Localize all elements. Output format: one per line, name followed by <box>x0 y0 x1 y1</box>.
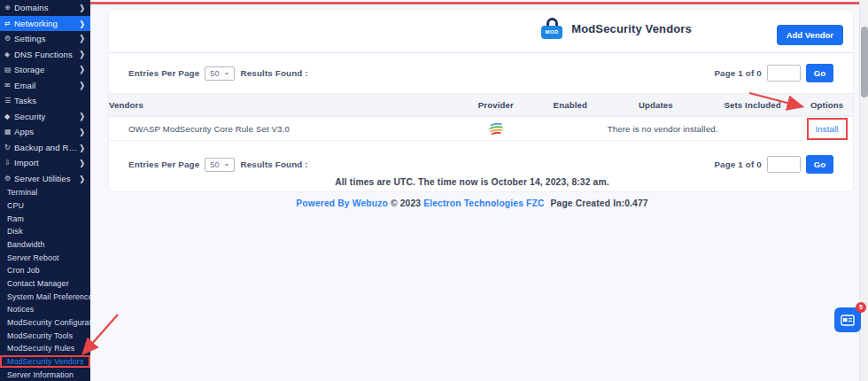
sidebar-item-apps[interactable]: ▦ Apps ❯ <box>0 124 90 140</box>
sidebar-item-cron-job[interactable]: Cron Job <box>0 264 90 277</box>
scrollbar-thumb[interactable] <box>861 27 868 97</box>
page-title: ModSecurity Vendors <box>571 22 692 35</box>
go-button[interactable]: Go <box>806 64 833 82</box>
entries-per-page-value: 50 <box>210 69 219 78</box>
email-icon: ✉ <box>4 82 14 89</box>
utc-time-note: All times are UTC. The time now is Octob… <box>90 177 854 187</box>
sidebar-item-modsecurity-vendors[interactable]: ModSecurity Vendors <box>0 355 90 369</box>
updates-cell: There is no vendor installed. <box>608 124 704 134</box>
sidebar-item-contact-manager[interactable]: Contact Manager <box>0 277 90 291</box>
column-header-options: Options <box>801 94 853 116</box>
sidebar-item-label: Storage <box>14 65 79 74</box>
sidebar-item-label: Email <box>14 81 79 90</box>
entries-per-page-value: 50 <box>210 160 219 169</box>
add-vendor-button[interactable]: Add Vendor <box>777 25 843 45</box>
install-link[interactable]: Install <box>816 124 839 134</box>
sidebar-item-label: Domains <box>14 3 79 12</box>
main-content: MOD ModSecurity Vendors Add Vendor Entri… <box>90 0 868 381</box>
entries-per-page-label: Entries Per Page <box>128 68 199 78</box>
electron-technologies-link[interactable]: Electron Technologies FZC <box>423 198 544 208</box>
newspaper-icon <box>841 315 855 326</box>
page: ⊕ Domains ❯ ⇄ Networking ❯ ⚙ Settings ❯ … <box>0 0 868 381</box>
provider-cell <box>459 121 533 136</box>
tasks-icon: ☰ <box>4 97 14 105</box>
page-indicator: Page 1 of 0 <box>714 68 761 78</box>
sidebar-item-modsecurity-tools[interactable]: ModSecurity Tools <box>0 329 90 342</box>
news-widget-button[interactable]: 5 <box>834 307 861 332</box>
owasp-crs-logo-icon <box>488 121 504 136</box>
sidebar-item-security[interactable]: ◆ Security ❯ <box>0 109 90 125</box>
sidebar-item-system-mail-preferences[interactable]: System Mail Preferences <box>0 290 90 303</box>
entries-per-page-select[interactable]: 50 ⌄ <box>205 158 235 172</box>
server-utilities-icon: ⚙ <box>4 175 14 183</box>
notification-badge: 5 <box>856 302 866 313</box>
storage-icon: ▤ <box>4 66 14 74</box>
sidebar-item-bandwidth[interactable]: Bandwidth <box>0 238 90 252</box>
sidebar-item-cpu[interactable]: CPU <box>0 199 90 213</box>
sidebar-item-backup-and-restore[interactable]: ↻ Backup and Restore ❯ <box>0 140 90 156</box>
sidebar-item-dns-functions[interactable]: ◈ DNS Functions ❯ <box>0 47 90 63</box>
chevron-right-icon: ❯ <box>79 158 85 167</box>
dns-icon: ◈ <box>4 51 14 58</box>
page-created-time: Page Created In:0.477 <box>551 198 648 208</box>
chevron-right-icon: ❯ <box>79 19 85 28</box>
shield-icon: ◆ <box>4 113 14 121</box>
sidebar-item-storage[interactable]: ▤ Storage ❯ <box>0 62 90 78</box>
sidebar-item-server-information[interactable]: Server Information <box>0 368 90 381</box>
sidebar-item-disk[interactable]: Disk <box>0 225 90 238</box>
entries-per-page-label: Entries Per Page <box>128 159 199 169</box>
entries-per-page-select[interactable]: 50 ⌄ <box>205 66 235 81</box>
column-header-sets-included: Sets Included <box>704 94 801 116</box>
sidebar-item-label: Security <box>14 112 79 121</box>
sidebar-item-notices[interactable]: Notices <box>0 303 90 316</box>
chevron-right-icon: ❯ <box>79 127 85 136</box>
column-header-updates: Updates <box>608 94 704 116</box>
page-number-input[interactable] <box>767 156 801 173</box>
sidebar-item-ram[interactable]: Ram <box>0 212 90 225</box>
modsecurity-vendors-card: MOD ModSecurity Vendors Add Vendor Entri… <box>108 9 854 192</box>
page-number-input[interactable] <box>767 65 801 82</box>
chevron-down-icon: ⌄ <box>224 159 230 167</box>
results-found-label: Results Found : <box>240 159 307 169</box>
sidebar-item-server-utilities[interactable]: ⚙ Server Utilities ❯ <box>0 171 90 187</box>
sidebar: ⊕ Domains ❯ ⇄ Networking ❯ ⚙ Settings ❯ … <box>0 0 90 381</box>
results-found-label: Results Found : <box>240 68 307 78</box>
column-header-provider: Provider <box>459 94 533 116</box>
chevron-right-icon: ❯ <box>79 50 85 59</box>
wrench-icon: ⚙ <box>4 35 14 43</box>
sidebar-item-modsecurity-configuration[interactable]: ModSecurity Configuration <box>0 316 90 330</box>
column-header-vendors: Vendors <box>109 94 459 116</box>
sidebar-item-settings[interactable]: ⚙ Settings ❯ <box>0 31 90 47</box>
sidebar-item-label: Tasks <box>14 96 85 105</box>
top-red-divider <box>90 2 868 4</box>
sidebar-item-terminal[interactable]: Terminal <box>0 186 90 199</box>
sidebar-item-domains[interactable]: ⊕ Domains ❯ <box>0 0 90 16</box>
sidebar-item-import[interactable]: ⇩ Import ❯ <box>0 155 90 171</box>
table-row: OWASP ModSecurity Core Rule Set V3.0 The… <box>109 117 853 141</box>
toolbar-top: Entries Per Page 50 ⌄ Results Found : Pa… <box>109 53 853 91</box>
sidebar-item-label: Server Utilities <box>14 174 79 183</box>
chevron-right-icon: ❯ <box>79 65 85 74</box>
page-indicator: Page 1 of 0 <box>714 159 761 169</box>
globe-icon: ⊕ <box>4 4 14 12</box>
backup-restore-icon: ↻ <box>4 144 14 152</box>
sidebar-item-server-reboot[interactable]: Server Reboot <box>0 251 90 264</box>
chevron-down-icon: ⌄ <box>224 68 230 76</box>
chevron-right-icon: ❯ <box>79 112 85 121</box>
chevron-right-icon: ❯ <box>79 174 85 183</box>
go-button[interactable]: Go <box>806 155 833 174</box>
sidebar-item-email[interactable]: ✉ Email ❯ <box>0 78 90 94</box>
sidebar-item-label: Networking <box>14 19 79 28</box>
options-cell: Install <box>801 118 853 140</box>
copyright-text: © 2023 <box>391 198 421 208</box>
vendor-name: OWASP ModSecurity Core Rule Set V3.0 <box>109 124 459 134</box>
sidebar-item-label: Backup and Restore <box>14 143 79 152</box>
page-footer: All times are UTC. The time now is Octob… <box>90 177 854 208</box>
lock-icon-label: MOD <box>546 29 559 35</box>
sidebar-item-networking[interactable]: ⇄ Networking ❯ <box>0 16 90 32</box>
table-header-row: Vendors Provider Enabled Updates Sets In… <box>109 93 853 117</box>
sidebar-item-modsecurity-rules[interactable]: ModSecurity Rules <box>0 342 90 355</box>
powered-by-webuzo-link[interactable]: Powered By Webuzo <box>296 198 388 208</box>
vendors-table: Vendors Provider Enabled Updates Sets In… <box>109 93 853 141</box>
sidebar-item-tasks[interactable]: ☰ Tasks <box>0 93 90 109</box>
